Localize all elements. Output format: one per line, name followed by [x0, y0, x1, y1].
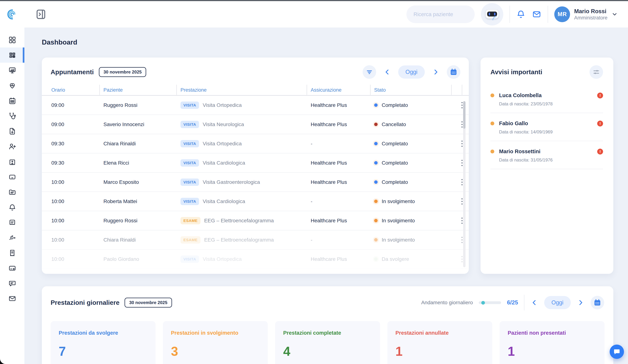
row-service: Visita Gastroenterologica [203, 179, 260, 185]
appointment-row[interactable]: 10:00 Ruggero Rossi ESAME EEG – Elettroe… [42, 211, 469, 230]
mail-icon [532, 10, 541, 19]
calendar-picker-button[interactable] [447, 65, 460, 79]
stat-card[interactable]: Prestazioni annullate 1 Disdette dai paz… [387, 321, 492, 364]
service-type-badge: VISITA [180, 198, 199, 205]
assistant-robot-icon[interactable] [481, 3, 503, 25]
appointment-row[interactable]: 09:30 Chiara Rinaldi VISITA Visita Ortop… [42, 134, 469, 153]
appointment-row[interactable]: 09:00 Ruggero Rossi VISITA Visita Ortope… [42, 96, 469, 115]
trend-label: Andamento giornaliero [421, 300, 473, 305]
chevron-left-icon [531, 299, 538, 306]
sidebar-item-bell[interactable] [0, 200, 24, 215]
filter-button[interactable] [363, 65, 376, 79]
alert-item[interactable]: Luca Colombella ! Data di nascita: 23/05… [490, 91, 603, 107]
status-dot [374, 219, 378, 222]
sidebar-item-apps[interactable] [0, 48, 24, 63]
appointment-row[interactable]: 10:00 Chiara Rinaldi ESAME EEG – Elettro… [42, 230, 469, 250]
appointment-row[interactable]: 10:00 Roberta Mattei VISITA Visita Cardi… [42, 192, 469, 211]
alerts-settings-button[interactable] [589, 65, 603, 79]
row-service: Visita Cardiologica [203, 198, 245, 204]
row-insurance: - [307, 141, 370, 147]
apps-icon [8, 51, 16, 59]
row-patient: Elena Ricci [99, 160, 176, 166]
chat-fab-button[interactable] [610, 345, 624, 359]
row-insurance: Healthcare Plus [307, 102, 370, 108]
col-paziente: Paziente [99, 84, 176, 96]
today-button[interactable]: Oggi [398, 65, 425, 79]
sidebar-item-chat[interactable] [0, 276, 24, 291]
sidebar-item-file-plus[interactable] [0, 123, 24, 139]
trend-count: 6/25 [507, 299, 518, 306]
stat-card[interactable]: Prestazioni in svolgimento 3 Attività at… [163, 321, 268, 364]
daily-next-button[interactable] [577, 299, 585, 307]
user-menu[interactable]: MR Mario Rossi Amministratore [554, 6, 618, 22]
alerts-title: Avvisi importanti [490, 68, 542, 76]
row-insurance: Healthcare Plus [307, 160, 370, 166]
daily-panel: Prestazioni giornaliere 30 novembre 2025… [42, 286, 613, 364]
divider [510, 6, 510, 23]
sliders-icon [593, 68, 600, 76]
sidebar-item-chart-trend[interactable] [0, 230, 24, 245]
search-input[interactable] [413, 11, 482, 17]
table-scrollbar-thumb[interactable] [463, 101, 466, 129]
sidebar-item-mail[interactable] [0, 291, 24, 306]
row-status: Cancellato [382, 121, 406, 127]
spiral-logo-icon [6, 8, 18, 20]
messages-button[interactable] [532, 9, 542, 19]
sidebar-item-folder[interactable] [0, 184, 24, 200]
alert-name: Mario Rossettini [499, 148, 541, 155]
notifications-button[interactable] [516, 9, 526, 19]
daily-today-button[interactable]: Oggi [544, 296, 571, 309]
col-prestazione: Prestazione [176, 84, 307, 96]
sidebar-nav [0, 27, 24, 364]
sidebar-toggle-button[interactable] [36, 9, 46, 20]
appointments-title: Appuntamenti [51, 68, 94, 76]
table-scrollbar[interactable] [463, 101, 466, 267]
sidebar-item-credit-card[interactable] [0, 260, 24, 276]
stat-card[interactable]: Pazienti non presentati 1 No-show regist… [500, 321, 605, 364]
note-icon [8, 219, 16, 226]
divider [524, 295, 524, 310]
alert-item[interactable]: Fabio Gallo ! Data di nascita: 14/09/196… [490, 119, 603, 134]
alert-name: Fabio Gallo [499, 121, 528, 126]
chevron-down-icon [612, 11, 618, 17]
sidebar-item-monitor-stats[interactable] [0, 63, 24, 78]
sidebar-item-calendar[interactable] [0, 93, 24, 108]
next-day-button[interactable] [432, 68, 440, 76]
alert-name: Luca Colombella [499, 92, 542, 98]
trend-progress [479, 301, 501, 304]
service-type-badge: VISITA [180, 140, 199, 147]
appointment-row[interactable]: 10:00 Marco Esposito VISITA Visita Gastr… [42, 173, 469, 192]
sidebar-item-note[interactable] [0, 215, 24, 230]
appointment-row[interactable]: 09:30 Elena Ricci VISITA Visita Cardiolo… [42, 153, 469, 173]
app-logo[interactable] [0, 8, 24, 20]
daily-prev-button[interactable] [530, 299, 538, 307]
row-service: Visita Ortopedica [203, 141, 242, 147]
calendar-icon [594, 299, 601, 306]
daily-calendar-button[interactable] [591, 296, 604, 309]
stat-card[interactable]: Prestazioni da svolgere 7 Da completare … [51, 321, 156, 364]
stat-label: Prestazioni da svolgere [59, 330, 148, 336]
sidebar-item-tray[interactable] [0, 169, 24, 184]
patient-search [406, 5, 475, 23]
sidebar-item-grid[interactable] [0, 32, 24, 48]
bell-icon [8, 203, 16, 211]
row-status: Da svolgere [382, 256, 409, 262]
sidebar-item-hospital[interactable] [0, 154, 24, 169]
sidebar-item-user-plus[interactable] [0, 139, 24, 154]
alert-item[interactable]: Mario Rossettini ! Data di nascita: 31/0… [490, 147, 603, 163]
page-title: Dashboard [42, 39, 613, 46]
prev-day-button[interactable] [383, 68, 391, 76]
alert-dot [490, 121, 494, 125]
sidebar-item-heart-pulse[interactable] [0, 78, 24, 93]
trend-progress-dot [481, 301, 485, 304]
stat-card[interactable]: Prestazioni completate 4 Chiuse nella gi… [275, 321, 380, 364]
chat-icon [8, 280, 16, 287]
appointment-row[interactable]: 10:00 Paolo Giordano VISITA Visita Ortop… [42, 250, 469, 269]
filter-icon [366, 68, 373, 76]
heart-pulse-icon [8, 82, 16, 89]
divider [548, 6, 548, 23]
sidebar-item-stethoscope[interactable] [0, 108, 24, 123]
sidebar-item-receipt[interactable] [0, 245, 24, 260]
stat-label: Prestazioni annullate [395, 330, 484, 336]
appointment-row[interactable]: 09:00 Saverio Innocenzi VISITA Visita Ne… [42, 115, 469, 134]
